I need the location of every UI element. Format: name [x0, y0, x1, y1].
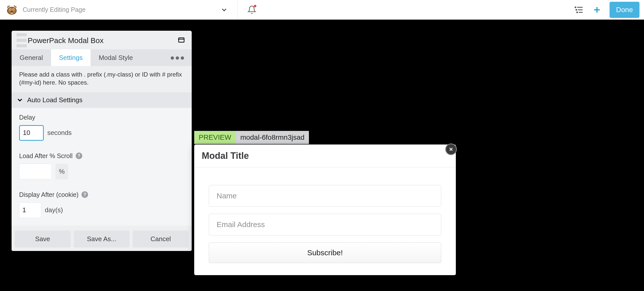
section-content: Delay seconds Load After % Scroll ? % Di… [12, 108, 192, 226]
tab-general[interactable]: General [12, 49, 51, 66]
cookie-label-row: Display After (cookie) ? [19, 191, 185, 198]
topbar: Currently Editing Page Done [0, 0, 644, 20]
delay-label: Delay [19, 114, 185, 121]
section-header-auto-load[interactable]: Auto Load Settings [12, 93, 192, 108]
topbar-right: Done [573, 2, 639, 18]
chevron-down-icon [16, 96, 24, 104]
svg-point-5 [13, 9, 14, 10]
svg-point-4 [10, 9, 11, 10]
expand-panel-icon[interactable] [178, 37, 185, 44]
cookie-field-row: day(s) [19, 202, 185, 218]
done-button[interactable]: Done [610, 2, 639, 18]
scroll-field-row: % [19, 164, 185, 179]
notifications-button[interactable] [247, 5, 257, 15]
save-as-button[interactable]: Save As... [74, 231, 130, 247]
svg-point-13 [576, 9, 577, 10]
tab-settings[interactable]: Settings [51, 49, 91, 66]
modal-header: Modal Title [194, 144, 456, 167]
modal-body: Subscribe! [194, 167, 456, 275]
section-title: Auto Load Settings [27, 96, 83, 104]
page-title: Currently Editing Page [23, 6, 86, 13]
beaver-logo-icon [5, 3, 19, 17]
preview-wrap: PREVIEW modal-6fo8rmn3jsad Modal Title S… [194, 131, 456, 275]
svg-rect-17 [179, 38, 184, 42]
panel-header: PowerPack Modal Box [12, 31, 192, 49]
cookie-label: Display After (cookie) [19, 191, 78, 198]
svg-point-6 [11, 11, 13, 13]
topbar-left: Currently Editing Page [5, 0, 257, 20]
svg-point-14 [577, 12, 578, 13]
tab-modal-style[interactable]: Modal Style [91, 49, 141, 66]
cookie-unit: day(s) [45, 206, 63, 214]
panel-title: PowerPack Modal Box [28, 36, 104, 45]
cancel-button[interactable]: Cancel [133, 231, 189, 247]
svg-rect-8 [12, 12, 13, 14]
preview-badge: PREVIEW [194, 131, 236, 144]
help-text: Please add a class with . prefix (.my-cl… [12, 66, 192, 93]
scroll-unit: % [55, 164, 68, 179]
scroll-input[interactable] [19, 164, 52, 179]
delay-input[interactable] [19, 125, 44, 141]
page-title-block: Currently Editing Page [23, 0, 86, 20]
save-button[interactable]: Save [15, 231, 71, 247]
modal-title: Modal Title [202, 151, 249, 161]
delay-field-row: seconds [19, 125, 185, 141]
panel-body[interactable]: Please add a class with . prefix (.my-cl… [12, 66, 192, 227]
panel-tabs: General Settings Modal Style ●●● [12, 49, 192, 66]
tab-more-icon[interactable]: ●●● [164, 53, 192, 62]
help-icon[interactable]: ? [76, 153, 82, 159]
email-input[interactable] [209, 214, 441, 235]
chevron-down-icon[interactable] [220, 6, 228, 14]
panel-footer: Save Save As... Cancel [12, 227, 192, 251]
modal-preview: Modal Title Subscribe! [194, 144, 456, 275]
add-button[interactable] [591, 4, 602, 15]
svg-point-12 [575, 7, 576, 8]
close-icon [448, 147, 454, 152]
svg-rect-7 [11, 12, 12, 14]
preview-modal-id: modal-6fo8rmn3jsad [236, 131, 309, 144]
preview-tag: PREVIEW modal-6fo8rmn3jsad [194, 131, 456, 144]
help-icon[interactable]: ? [82, 191, 88, 198]
notification-dot-icon [254, 5, 256, 7]
cookie-input[interactable] [19, 202, 41, 218]
subscribe-button[interactable]: Subscribe! [209, 242, 441, 263]
delay-unit: seconds [47, 129, 72, 137]
divider [237, 0, 238, 20]
settings-panel: PowerPack Modal Box General Settings Mod… [12, 31, 192, 251]
scroll-label: Load After % Scroll [19, 152, 73, 160]
outline-panel-icon[interactable] [573, 4, 584, 15]
name-input[interactable] [209, 185, 441, 207]
scroll-label-row: Load After % Scroll ? [19, 152, 185, 160]
modal-close-button[interactable] [445, 143, 457, 155]
